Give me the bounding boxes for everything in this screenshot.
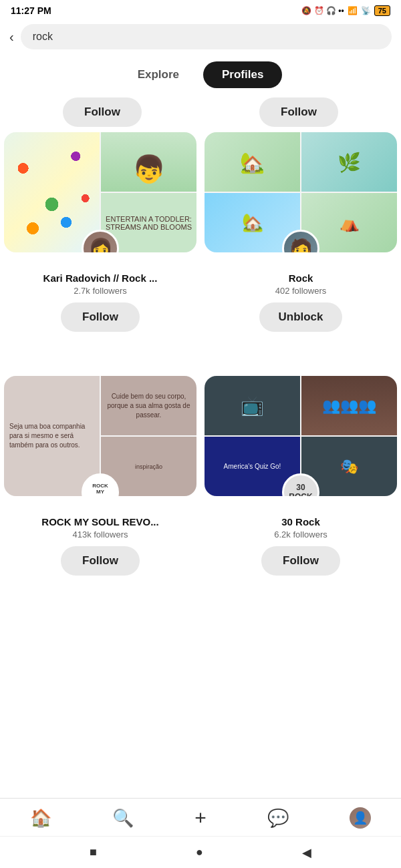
profiles-row-2: Seja uma boa companhia para si mesmo e s… (0, 376, 401, 606)
30rock-card-info: 30 Rock 6.2k followers Follow (205, 496, 397, 585)
kari-image-2 (101, 132, 196, 192)
android-recents[interactable]: ■ (90, 845, 97, 859)
kari-follow-button[interactable]: Follow (61, 302, 140, 332)
rock-image-2 (301, 132, 397, 192)
30rock-follow-button[interactable]: Follow (261, 546, 340, 576)
status-icons: 🔕 ⏰ 🎧 •• (301, 6, 344, 15)
rock-avatar (282, 230, 319, 252)
card-images-rock[interactable]: 🏡 ⛺ (205, 132, 397, 252)
kari-card-info: Kari Radovich // Rock ... 2.7k followers… (4, 252, 196, 341)
rock-followers: 402 followers (211, 286, 390, 296)
30rock-image-2: 👥👥👥 (301, 376, 397, 435)
search-input[interactable]: rock (21, 24, 392, 49)
tab-profiles[interactable]: Profiles (203, 61, 282, 88)
profile-card-rock: 🏡 ⛺ Rock 402 followers Unblock (205, 132, 397, 363)
30rock-avatar-wrap: 30ROCK (282, 473, 319, 496)
android-back[interactable]: ◀ (302, 845, 311, 860)
bottom-nav: 🏠 🔍 + 💬 👤 (0, 798, 401, 836)
profile-card-rms: Seja uma boa companhia para si mesmo e s… (4, 376, 196, 606)
android-nav: ■ ● ◀ (0, 836, 401, 868)
rock-avatar-wrap (282, 230, 319, 252)
messages-icon: 💬 (267, 808, 289, 829)
top-follow-right-button[interactable]: Follow (259, 97, 338, 127)
rock-image-1 (205, 132, 300, 192)
profile-avatar: 👤 (350, 807, 371, 829)
nav-add[interactable]: + (194, 807, 207, 829)
nav-search[interactable]: 🔍 (112, 808, 134, 829)
wifi-icon: 📡 (361, 6, 371, 15)
profile-card-30rock: 📺 👥👥👥 America's Quiz Go! 🎭 30ROCK 30 Roc… (205, 376, 397, 606)
rms-avatar-wrap: ROCKMYSOUL (82, 473, 119, 496)
rms-followers: 413k followers (11, 529, 190, 539)
back-button[interactable]: ‹ (9, 29, 14, 45)
kari-avatar (82, 230, 119, 252)
search-bar: ‹ rock (0, 19, 401, 55)
kari-avatar-wrap (82, 230, 119, 252)
rock-card-info: Rock 402 followers Unblock (205, 252, 397, 341)
rms-avatar: ROCKMYSOUL (82, 473, 119, 496)
rms-name: ROCK MY SOUL REVO... (11, 516, 190, 527)
30rock-followers: 6.2k followers (211, 529, 390, 539)
search-icon: 🔍 (112, 808, 134, 829)
card-images-rms[interactable]: Seja uma boa companhia para si mesmo e s… (4, 376, 196, 496)
nav-profile[interactable]: 👤 (350, 807, 371, 829)
rms-follow-button[interactable]: Follow (61, 546, 140, 576)
rock-unblock-button[interactable]: Unblock (259, 302, 342, 332)
30rock-name: 30 Rock (211, 516, 390, 527)
tab-explore[interactable]: Explore (119, 61, 198, 88)
android-home[interactable]: ● (196, 845, 203, 859)
kari-followers: 2.7k followers (11, 286, 190, 296)
status-bar: 11:27 PM 🔕 ⏰ 🎧 •• 📶 📡 75 (0, 0, 401, 19)
status-right: 🔕 ⏰ 🎧 •• 📶 📡 75 (301, 5, 390, 16)
rms-card-info: ROCK MY SOUL REVO... 413k followers Foll… (4, 496, 196, 585)
nav-messages[interactable]: 💬 (267, 808, 289, 829)
top-follow-left-button[interactable]: Follow (63, 97, 142, 127)
battery-indicator: 75 (374, 5, 390, 16)
30rock-image-1: 📺 (205, 376, 300, 435)
status-time: 11:27 PM (11, 5, 51, 16)
tabs: Explore Profiles (0, 55, 401, 97)
rms-image-2: Cuide bem do seu corpo, porque a sua alm… (101, 376, 196, 435)
profiles-row-1: ENTERTAIN A TODDLER: STREAMS AND BLOOMS … (0, 132, 401, 363)
add-icon: + (194, 807, 207, 829)
rock-name: Rock (211, 272, 390, 284)
signal-icon: 📶 (348, 6, 358, 15)
card-images-kari[interactable]: ENTERTAIN A TODDLER: STREAMS AND BLOOMS (4, 132, 196, 252)
kari-name: Kari Radovich // Rock ... (11, 272, 190, 284)
30rock-avatar: 30ROCK (282, 473, 319, 496)
profile-card-kari: ENTERTAIN A TODDLER: STREAMS AND BLOOMS … (4, 132, 196, 363)
home-icon: 🏠 (30, 808, 51, 829)
nav-home[interactable]: 🏠 (30, 808, 51, 829)
card-images-30rock[interactable]: 📺 👥👥👥 America's Quiz Go! 🎭 30ROCK (205, 376, 397, 496)
